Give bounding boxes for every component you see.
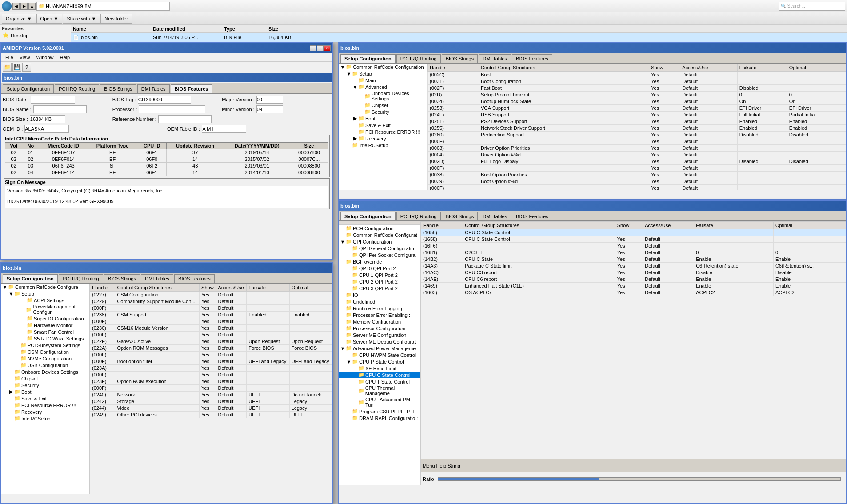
- organize-button[interactable]: Organize ▼: [2, 14, 36, 24]
- br-tree-pch[interactable]: 📁 PCH Configuration: [339, 225, 420, 232]
- amibcp-br-titlebar[interactable]: bios.bin: [339, 201, 846, 211]
- r-tab-dmi[interactable]: DMI Tables: [479, 54, 511, 63]
- amibcp-main-titlebar[interactable]: AMIBCP Version 5.02.0031 _ □ ✕: [1, 43, 332, 53]
- restore-btn[interactable]: □: [317, 45, 324, 51]
- br-tree-proc-error[interactable]: 📁 Processor Error Enabling :: [339, 312, 420, 318]
- br-tab-dmi[interactable]: DMI Tables: [479, 212, 511, 220]
- br-tree-bgf[interactable]: 📁 BGF override: [339, 258, 420, 265]
- table-row[interactable]: (0253)VGA SupportYesDefaultEFI DriverEFI…: [428, 105, 846, 112]
- br-tree-cpu-thermal[interactable]: 📁 CPU Thermal Manageme: [339, 385, 420, 396]
- table-row[interactable]: (0255)Network Stack Driver SupportYesDef…: [428, 125, 846, 132]
- table-row[interactable]: (002C)BootYesDefault: [428, 72, 846, 78]
- br-tree-qpi-per[interactable]: 📁 QPI Per Socket Configura: [339, 252, 420, 258]
- oem-id-input[interactable]: [24, 125, 69, 133]
- table-row[interactable]: (000F)YesDefault: [90, 385, 332, 392]
- minor-ver-input[interactable]: [256, 105, 283, 113]
- br-tree-qpi-port0[interactable]: 📁 QPI 0 QPI Port 2: [339, 265, 420, 272]
- path-bar[interactable]: 📁 HUANANZHIX99-8M: [36, 2, 170, 11]
- bl-tree-setup[interactable]: ▼ 📁 Setup: [1, 290, 89, 297]
- menu-file[interactable]: File: [3, 54, 16, 60]
- table-row[interactable]: (0249)Other PCI devicesYesDefaultUEFIUEF…: [90, 412, 332, 418]
- r-tab-features[interactable]: BIOS Features: [512, 54, 552, 63]
- file-row[interactable]: 📄 bios.bin Sun 7/14/19 3:06 P... BIN Fil…: [71, 33, 847, 42]
- br-tree-runtime[interactable]: 📁 Runtime Error Logging: [339, 305, 420, 312]
- table-row[interactable]: (000F)YesDefault: [90, 318, 332, 325]
- bl-tree-boot2[interactable]: ▶ 📁 Boot: [1, 388, 89, 395]
- br-tree-cpu-hwpm[interactable]: 📁 CPU HWPM State Control: [339, 352, 420, 358]
- br-tree-program-csr[interactable]: 📁 Program CSR PERF_P_Li: [339, 408, 420, 415]
- open-file-btn[interactable]: 📁: [3, 63, 12, 72]
- table-row[interactable]: (023F)Option ROM executionYesDefault: [90, 378, 332, 385]
- table-row[interactable]: (1658)CPU C State Control: [421, 229, 846, 236]
- table-row[interactable]: (022E)GateA20 ActiveYesDefaultUpon Reque…: [90, 338, 332, 345]
- table-row[interactable]: (0260)Redirection SupportYesDefaultDisab…: [428, 132, 846, 138]
- microcode-row[interactable]: 02020EF6F014EF06F0142015/07/0200007C...: [5, 156, 328, 163]
- bl-tree-acpi[interactable]: 📁 ACPI Settings: [1, 297, 89, 304]
- tree-item-save-exit[interactable]: 📁 Save & Exit: [339, 122, 427, 128]
- new-folder-button[interactable]: New folder: [100, 14, 132, 24]
- bl-tab-setup[interactable]: Setup Configuration: [3, 274, 58, 283]
- bios-tag-input[interactable]: [138, 96, 191, 104]
- r-tab-pci[interactable]: PCI IRQ Routing: [396, 54, 441, 63]
- br-tab-features[interactable]: BIOS Features: [512, 212, 552, 220]
- tree-item-chipset[interactable]: 📁 Chipset: [339, 102, 427, 108]
- major-ver-input[interactable]: [256, 96, 283, 104]
- share-with-button[interactable]: Share with ▼: [63, 14, 100, 24]
- br-tree-server-me[interactable]: 📁 Server ME Configuration: [339, 332, 420, 338]
- bl-tree-super-io[interactable]: 📁 Super IO Configuration: [1, 315, 89, 322]
- table-row[interactable]: (14B2)CPU C StateYesDefaultEnableEnable: [421, 256, 846, 263]
- br-tab-bios-strings[interactable]: BIOS Strings: [442, 212, 478, 220]
- bl-tree-nvme[interactable]: 📁 NVMe Configuration: [1, 355, 89, 362]
- table-row[interactable]: (002D)Full Logo DispalyYesDefaultDisable…: [428, 158, 846, 165]
- sign-on-content[interactable]: Version %x.%02x.%04x, Copyright (C) %04x…: [5, 186, 328, 208]
- br-tab-setup[interactable]: Setup Configuration: [340, 212, 396, 220]
- tree-item-advanced[interactable]: ▼ 📁 Advanced: [339, 84, 427, 90]
- table-row[interactable]: (1469)Enhanced Halt State (C1E)YesDefaul…: [421, 283, 846, 289]
- table-row[interactable]: (002F)Fast BootYesDefaultDisabled: [428, 85, 846, 92]
- br-tree-proc-config[interactable]: 📁 Processor Configuration: [339, 325, 420, 332]
- menu-help[interactable]: Help: [57, 54, 73, 60]
- table-row[interactable]: (14AC)CPU C3 reportYesDefaultDisableDisa…: [421, 269, 846, 276]
- bl-tree-usb[interactable]: 📁 USB Configuration: [1, 362, 89, 368]
- table-row[interactable]: (14AE)CPU C6 reportYesDefaultEnableEnabl…: [421, 276, 846, 283]
- table-row[interactable]: (0003)Driver Option PrioritiesYesDefault: [428, 145, 846, 152]
- table-row[interactable]: (0039)Boot Option #%dYesDefault: [428, 178, 846, 185]
- tree-item-intelrc[interactable]: 📁 IntelRCSetup: [339, 142, 427, 148]
- table-row[interactable]: (1658)CPU C State ControlYesDefault: [421, 236, 846, 243]
- r-tab-setup[interactable]: Setup Configuration: [340, 54, 396, 63]
- bl-tree-smart-fan[interactable]: 📁 Smart Fan Control: [1, 328, 89, 335]
- br-tab-pci[interactable]: PCI IRQ Routing: [396, 212, 441, 220]
- br-tree-cpu-c-state[interactable]: 📁 CPU C State Control: [339, 372, 420, 378]
- amibcp-right-titlebar[interactable]: bios.bin: [339, 43, 846, 53]
- br-tree-undefined[interactable]: 📁 Undefined: [339, 298, 420, 305]
- bl-tab-features[interactable]: BIOS Features: [174, 274, 215, 283]
- table-row[interactable]: (000F)YesDefault: [428, 138, 846, 145]
- bl-tree-csm[interactable]: 📁 CSM Configuration: [1, 348, 89, 355]
- bl-tree-hw-mon[interactable]: 📁 Hardware Monitor: [1, 322, 89, 328]
- table-row[interactable]: (024F)USB SupportYesDefaultFull InitialP…: [428, 112, 846, 118]
- bl-tab-bios-strings[interactable]: BIOS Strings: [104, 274, 140, 283]
- microcode-row[interactable]: 02040EF6F114EF06F1142014/01/1000008800: [5, 169, 328, 176]
- table-row[interactable]: (0242)StorageYesDefaultUEFILegacy: [90, 398, 332, 405]
- br-tree-qpi[interactable]: ▼ 📁 QPI Configuration: [339, 238, 420, 245]
- tree-item-recovery[interactable]: ▶ 📁 Recovery: [339, 135, 427, 142]
- microcode-row[interactable]: 020306F6F2436F06F2432019/03/0100008800: [5, 163, 328, 169]
- table-row[interactable]: (0227)CSM ConfigurationYesDefault: [90, 292, 332, 298]
- br-tree-qpi-port2[interactable]: 📁 CPU 2 QPI Port 2: [339, 278, 420, 285]
- table-row[interactable]: (023A)YesDefault: [90, 365, 332, 372]
- table-row[interactable]: (0004)Driver Option #%dYesDefault: [428, 152, 846, 158]
- microcode-row[interactable]: 02010EF6F137EF06F1372019/05/1400007800: [5, 149, 328, 156]
- minimize-btn[interactable]: _: [310, 45, 316, 51]
- ratio-slider[interactable]: [438, 477, 841, 481]
- bl-tree-common[interactable]: ▼ 📁 Common RefCode Configura: [1, 284, 89, 290]
- br-tree-cpu-t-state[interactable]: 📁 CPU T State Control: [339, 378, 420, 385]
- tree-item-common[interactable]: ▼ 📁 Common RefCode Configuration: [339, 64, 427, 70]
- open-button[interactable]: Open ▼: [36, 14, 63, 24]
- br-tree-io[interactable]: 📁 IO: [339, 292, 420, 298]
- tree-item-setup[interactable]: ▼ 📁 Setup: [339, 70, 427, 77]
- br-tree-cpu-adv-pm[interactable]: 📁 CPU - Advanced PM Tun: [339, 396, 420, 408]
- bios-name-input[interactable]: [33, 105, 87, 113]
- bl-tree-pci-sub[interactable]: 📁 PCI Subsystem Settings: [1, 342, 89, 348]
- br-tree-qpi-port1[interactable]: 📁 CPU 1 QPI Port 2: [339, 272, 420, 278]
- table-row[interactable]: (000F)YesDefault: [428, 185, 846, 191]
